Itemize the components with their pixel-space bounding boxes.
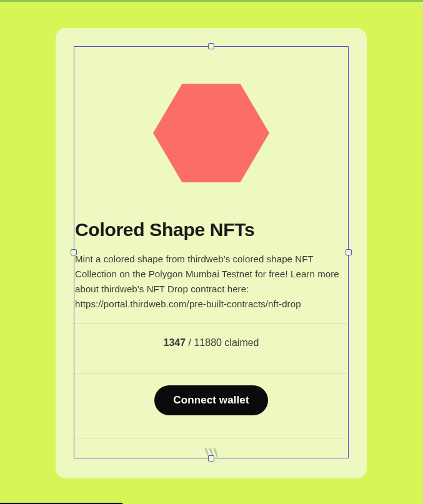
footer-row xyxy=(74,438,349,458)
claimed-count: 1347 xyxy=(164,337,186,348)
collection-description: Mint a colored shape from thirdweb's col… xyxy=(74,252,349,312)
thirdweb-logo-icon xyxy=(204,447,219,458)
card-content: Colored Shape NFTs Mint a colored shape … xyxy=(74,46,349,458)
collection-title: Colored Shape NFTs xyxy=(74,219,349,240)
connect-wallet-button[interactable]: Connect wallet xyxy=(154,385,267,415)
svg-marker-0 xyxy=(153,84,269,182)
nft-image-area xyxy=(74,46,349,219)
button-row: Connect wallet xyxy=(74,374,349,427)
hexagon-icon xyxy=(153,81,269,185)
claimed-total: / 11880 claimed xyxy=(186,337,259,348)
claim-stats: 1347 / 11880 claimed xyxy=(74,324,349,362)
